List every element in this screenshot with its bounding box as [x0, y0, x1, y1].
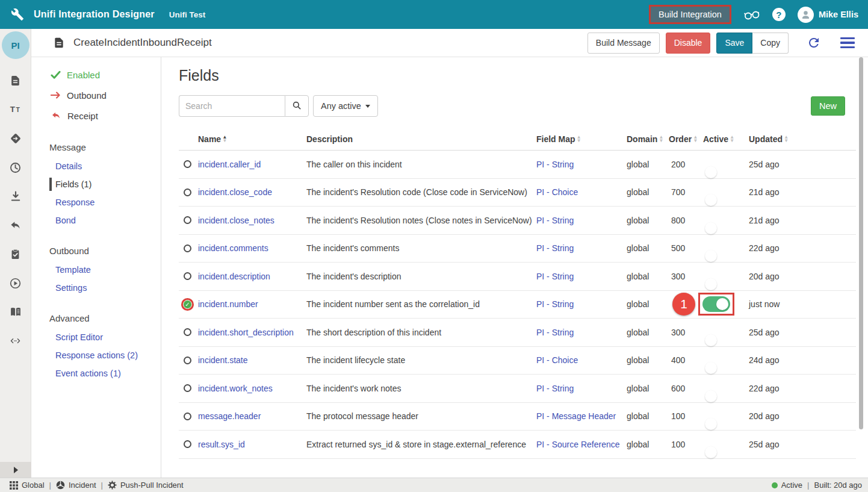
column-header-updated[interactable]: Updated▴▾	[749, 134, 856, 144]
build-message-button[interactable]: Build Message	[587, 33, 660, 54]
sidebar-item-bond[interactable]: Bond	[31, 211, 161, 229]
field-name-link[interactable]: incident.caller_id	[198, 160, 261, 169]
help-icon[interactable]: ?	[772, 8, 786, 21]
search-input[interactable]	[179, 95, 285, 117]
user-menu[interactable]: Mike Ellis	[798, 7, 858, 23]
column-header-name[interactable]: Name▴▾	[198, 134, 306, 144]
sidebar-item-fields-1[interactable]: Fields (1)	[31, 175, 161, 193]
field-radio-icon[interactable]	[184, 160, 191, 168]
field-name-link[interactable]: incident.work_notes	[198, 384, 273, 393]
statusbar-item-incident[interactable]: Incident	[56, 481, 96, 490]
field-name-link[interactable]: result.sys_id	[198, 440, 245, 449]
table-row: incident.work_notesThe incident's work n…	[179, 375, 856, 403]
column-header-order[interactable]: Order▴▾	[669, 134, 703, 144]
column-header-domain[interactable]: Domain▴▾	[627, 134, 669, 144]
reply-icon[interactable]	[8, 218, 23, 232]
icon-rail: PI TT	[0, 29, 31, 478]
annotation-step-badge: 1	[672, 293, 695, 316]
field-name-link[interactable]: incident.close_code	[198, 187, 272, 197]
field-map-link[interactable]: PI - Choice	[536, 355, 578, 365]
table-row: result.sys_idExtract returned sys_id & s…	[179, 431, 856, 459]
field-name-link[interactable]: incident.comments	[198, 243, 268, 253]
search-button[interactable]	[285, 95, 309, 117]
active-filter-dropdown[interactable]: Any active	[313, 95, 378, 117]
field-name-link[interactable]: incident.close_notes	[198, 216, 274, 225]
field-map-link[interactable]: PI - String	[536, 216, 574, 225]
field-map-link[interactable]: PI - String	[536, 299, 574, 309]
download-icon[interactable]	[8, 189, 23, 204]
table-header-row: Name▴▾DescriptionField Map▴▾Domain▴▾Orde…	[179, 128, 856, 151]
statusbar-item-global[interactable]: Global	[10, 481, 45, 490]
column-header-field-map[interactable]: Field Map▴▾	[536, 134, 627, 144]
text-format-icon[interactable]: TT	[8, 102, 23, 117]
field-updated: just now	[749, 299, 856, 309]
sidebar-item-response-actions-2[interactable]: Response actions (2)	[31, 346, 161, 364]
save-button[interactable]: Save	[716, 33, 752, 54]
field-name-link[interactable]: incident.number	[198, 299, 258, 309]
field-radio-icon[interactable]	[184, 244, 191, 252]
field-map-link[interactable]: PI - Choice	[536, 187, 578, 197]
field-radio-icon[interactable]	[184, 440, 191, 448]
sidebar-item-event-actions-1[interactable]: Event actions (1)	[31, 364, 161, 382]
nav-status-enabled[interactable]: Enabled	[31, 64, 161, 85]
book-icon[interactable]	[8, 305, 23, 319]
fields-table: Name▴▾DescriptionField Map▴▾Domain▴▾Orde…	[179, 128, 856, 459]
document-icon[interactable]	[8, 73, 23, 88]
field-radio-icon[interactable]	[184, 384, 191, 392]
field-domain: global	[627, 299, 669, 309]
sidebar-item-settings[interactable]: Settings	[31, 279, 161, 297]
sort-arrows-icon: ▴▾	[694, 135, 696, 142]
field-name-link[interactable]: incident.short_description	[198, 328, 294, 337]
field-name-link[interactable]: incident.description	[198, 272, 270, 281]
disable-button[interactable]: Disable	[666, 33, 711, 54]
diamond-arrow-icon[interactable]	[8, 131, 23, 146]
nav-status-outbound[interactable]: Outbound	[31, 85, 161, 105]
field-radio-icon[interactable]	[184, 272, 191, 280]
sidebar-item-response[interactable]: Response	[31, 193, 161, 211]
field-map-link[interactable]: PI - String	[536, 328, 574, 337]
tasks-clipboard-icon[interactable]	[8, 247, 23, 261]
menu-hamburger-icon[interactable]	[838, 35, 857, 51]
code-icon[interactable]	[8, 334, 23, 348]
active-toggle[interactable]	[702, 296, 730, 312]
build-integration-button[interactable]: Build Integration	[649, 5, 731, 24]
history-icon[interactable]	[8, 160, 23, 175]
column-label: Updated	[749, 134, 783, 144]
sort-arrows-icon: ▴▾	[578, 135, 580, 142]
refresh-icon[interactable]	[804, 33, 823, 52]
field-description: The caller on this incident	[306, 160, 536, 169]
table-row: incident.stateThe incident lifecycle sta…	[179, 347, 856, 375]
chevron-down-icon	[365, 105, 370, 108]
field-map-link[interactable]: PI - Source Reference	[536, 440, 620, 449]
play-circle-icon[interactable]	[8, 276, 23, 290]
table-row: ✓incident.numberThe incident number sent…	[179, 291, 856, 319]
field-map-link[interactable]: PI - String	[536, 272, 574, 281]
integration-avatar[interactable]: PI	[2, 31, 29, 59]
field-name-link[interactable]: message.header	[198, 411, 261, 421]
statusbar-item-push-pull-incident[interactable]: Push-Pull Incident	[108, 481, 184, 490]
rail-collapse-button[interactable]	[0, 462, 31, 478]
field-radio-icon[interactable]	[184, 357, 191, 364]
nav-status-receipt[interactable]: Receipt	[31, 105, 161, 126]
field-radio-icon[interactable]	[184, 328, 191, 336]
field-order: 400	[669, 355, 703, 365]
copy-button[interactable]: Copy	[752, 33, 789, 54]
field-map-link[interactable]: PI - String	[536, 384, 574, 393]
sidebar-item-details[interactable]: Details	[31, 157, 161, 175]
sidebar-item-template[interactable]: Template	[31, 261, 161, 279]
preview-glasses-icon[interactable]	[743, 8, 760, 20]
field-map-link[interactable]: PI - String	[536, 160, 574, 169]
field-name-link[interactable]: incident.state	[198, 355, 248, 365]
field-radio-icon[interactable]	[184, 216, 191, 224]
field-map-link[interactable]: PI - String	[536, 243, 574, 253]
sort-arrows-icon: ▴▾	[785, 135, 787, 142]
column-header-active[interactable]: Active▴▾	[703, 134, 749, 144]
field-radio-icon[interactable]	[184, 188, 191, 196]
field-map-link[interactable]: PI - Message Header	[536, 411, 616, 421]
sidebar-item-script-editor[interactable]: Script Editor	[31, 328, 161, 346]
field-order: 700	[669, 187, 703, 197]
field-order: 600	[669, 384, 703, 393]
vertical-scrollbar[interactable]	[859, 57, 863, 429]
field-radio-icon[interactable]	[184, 413, 191, 420]
new-field-button[interactable]: New	[811, 96, 845, 116]
